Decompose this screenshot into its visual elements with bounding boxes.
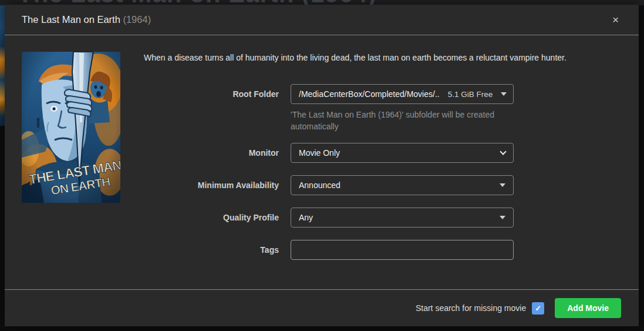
- modal-title: The Last Man on Earth (1964): [22, 14, 151, 25]
- form-row-root-folder-helper: 'The Last Man on Earth (1964)' subfolder…: [144, 109, 621, 132]
- monitor-select[interactable]: Movie Only: [291, 143, 514, 163]
- form-row-tags: Tags: [144, 240, 621, 260]
- modal-header: The Last Man on Earth (1964) ×: [5, 5, 639, 35]
- quality-profile-value: Any: [299, 213, 491, 222]
- minimum-availability-select[interactable]: Announced: [291, 175, 514, 195]
- add-movie-modal: The Last Man on Earth (1964) ×: [5, 5, 639, 326]
- modal-content: When a disease turns all of humanity int…: [144, 52, 621, 289]
- add-movie-button[interactable]: Add Movie: [555, 298, 621, 318]
- poster-illustration: THE LAST MAN ON EARTH: [22, 52, 120, 203]
- form-row-monitor: Monitor Movie Only: [144, 143, 621, 163]
- modal-body: THE LAST MAN ON EARTH When a disease tur…: [5, 35, 639, 289]
- chevron-down-icon: [500, 148, 506, 155]
- monitor-label: Monitor: [144, 143, 291, 158]
- movie-overview: When a disease turns all of humanity int…: [144, 52, 621, 63]
- caret-down-icon: [500, 216, 505, 219]
- root-folder-path: /MediaCenterBox/Completed/Movies/..: [299, 89, 440, 99]
- form-row-minimum-availability: Minimum Availability Announced: [144, 175, 621, 195]
- root-folder-select[interactable]: /MediaCenterBox/Completed/Movies/.. 5.1 …: [291, 84, 514, 104]
- minimum-availability-label: Minimum Availability: [144, 175, 291, 190]
- form-row-quality-profile: Quality Profile Any: [144, 208, 621, 228]
- form-row-root-folder: Root Folder /MediaCenterBox/Completed/Mo…: [144, 84, 621, 104]
- root-folder-label: Root Folder: [144, 84, 291, 99]
- movie-poster: THE LAST MAN ON EARTH: [22, 52, 120, 203]
- quality-profile-label: Quality Profile: [144, 208, 291, 222]
- start-search-checkbox[interactable]: ✓: [532, 302, 544, 315]
- background-poster-sliver: [0, 5, 5, 126]
- start-search-label: Start search for missing movie: [416, 303, 526, 313]
- movie-title: The Last Man on Earth: [22, 14, 120, 25]
- root-folder-helper-text: 'The Last Man on Earth (1964)' subfolder…: [291, 109, 514, 132]
- minimum-availability-value: Announced: [299, 180, 491, 190]
- modal-footer: Start search for missing movie ✓ Add Mov…: [5, 289, 639, 326]
- caret-down-icon: [500, 183, 505, 187]
- root-folder-free-space: 5.1 GiB Free: [448, 90, 493, 99]
- movie-year: (1964): [123, 14, 151, 25]
- monitor-value: Movie Only: [299, 148, 493, 158]
- tags-label: Tags: [144, 240, 291, 255]
- close-icon[interactable]: ×: [610, 12, 621, 28]
- caret-down-icon: [501, 92, 507, 96]
- quality-profile-select[interactable]: Any: [291, 208, 514, 228]
- tags-input[interactable]: [291, 240, 514, 260]
